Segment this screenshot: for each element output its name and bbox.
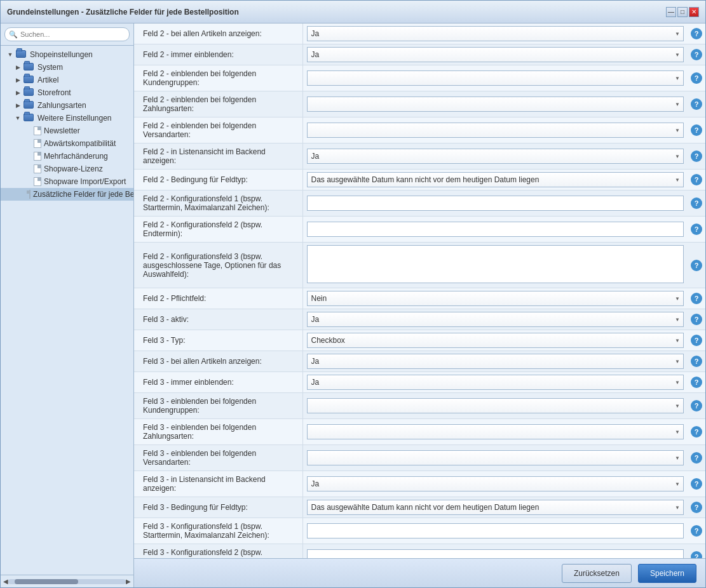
help-button-feld3-einblenden[interactable]: ?: [691, 377, 702, 388]
expand-icon: ▼: [6, 50, 15, 59]
select-feld2-versandarten[interactable]: [307, 123, 684, 138]
sidebar-label-artikel: Artikel: [37, 76, 58, 84]
form-label-feld3-bedingung: Feld 3 - Bedingung für Feldtyp:: [134, 497, 302, 518]
window-controls: — □ ✕: [666, 7, 699, 17]
textarea-feld2-konfigfeld3[interactable]: [307, 245, 684, 283]
close-button[interactable]: ✕: [689, 7, 699, 17]
form-row: Feld 3 - Bedingung für Feldtyp:Das ausge…: [134, 497, 705, 518]
doc-icon: [34, 164, 41, 173]
sidebar-label-system: System: [37, 63, 63, 72]
select-feld2-pflichtfeld[interactable]: NeinJa: [307, 291, 684, 306]
help-button-feld2-bedingung[interactable]: ?: [691, 174, 702, 185]
select-feld3-anzeigen[interactable]: JaNein: [307, 354, 684, 369]
select-feld3-zahlungsarten[interactable]: [307, 424, 684, 439]
help-button-feld3-versandarten[interactable]: ?: [691, 452, 702, 464]
folder-icon: [24, 76, 35, 84]
sidebar-item-shopeinstellungen[interactable]: ▼ Shopeinstellungen: [1, 48, 133, 61]
help-button-feld2-listenansicht[interactable]: ?: [691, 150, 702, 162]
sidebar-item-system[interactable]: ▶ System: [1, 61, 133, 74]
scroll-right-btn[interactable]: ▶: [126, 578, 131, 585]
tree: ▼ Shopeinstellungen ▶ System ▶ Artikel: [1, 46, 133, 575]
help-button-feld3-anzeigen[interactable]: ?: [691, 356, 702, 367]
help-button-feld3-bedingung[interactable]: ?: [691, 502, 702, 513]
select-feld3-einblenden[interactable]: JaNein: [307, 375, 684, 390]
form-row: Feld 3 - einblenden bei folgenden Zahlun…: [134, 419, 705, 445]
doc-icon: [34, 152, 41, 161]
help-button-feld3-typ[interactable]: ?: [691, 335, 702, 346]
form-control-cell-feld2-listenansicht: JaNein: [302, 144, 688, 170]
sidebar-item-mehrfach[interactable]: ▶ Mehrfachänderung: [1, 150, 133, 163]
help-button-feld3-konfigfeld2[interactable]: ?: [691, 551, 702, 558]
help-button-feld2-konfigfeld1[interactable]: ?: [691, 197, 702, 209]
help-button-feld2-kundengruppen[interactable]: ?: [691, 72, 702, 84]
select-feld2-einblenden[interactable]: JaNein: [307, 47, 684, 62]
sidebar-item-abwaerts[interactable]: ▶ Abwärtskompatibilität: [1, 137, 133, 150]
help-button-feld2-anzeigen[interactable]: ?: [691, 28, 702, 39]
help-button-feld3-listenansicht[interactable]: ?: [691, 478, 702, 490]
help-button-feld3-kundengruppen[interactable]: ?: [691, 400, 702, 411]
form-control-cell-feld3-bedingung: Das ausgewählte Datum kann nicht vor dem…: [302, 497, 688, 518]
sidebar-item-weitere[interactable]: ▼ Weitere Einstellungen: [1, 112, 133, 124]
form-control-cell-feld3-anzeigen: JaNein: [302, 351, 688, 372]
sidebar-scroll-track[interactable]: [8, 579, 126, 584]
folder-icon: [16, 50, 27, 59]
minimize-button[interactable]: —: [666, 7, 676, 17]
sidebar-item-import[interactable]: ▶ Shopware Import/Export: [1, 175, 133, 188]
doc-icon: [34, 139, 41, 148]
select-wrapper-feld2-kundengruppen: [307, 70, 684, 86]
expand-icon: ▶: [13, 101, 22, 110]
sidebar-item-newsletter[interactable]: ▶ Newsletter: [1, 124, 133, 137]
expand-icon: ▶: [13, 63, 22, 72]
help-button-feld2-versandarten[interactable]: ?: [691, 124, 702, 136]
select-feld2-zahlungsarten[interactable]: [307, 97, 684, 112]
select-feld3-versandarten[interactable]: [307, 450, 684, 465]
help-button-feld2-konfigfeld2[interactable]: ?: [691, 224, 702, 235]
sidebar-item-storefront[interactable]: ▶ Storefront: [1, 86, 133, 99]
select-feld2-kundengruppen[interactable]: [307, 70, 684, 86]
form-help-cell-feld2-konfigfeld1: ?: [688, 190, 705, 217]
form-control-cell-feld2-anzeigen: JaNein: [302, 23, 688, 44]
scroll-left-btn[interactable]: ◀: [3, 578, 8, 585]
sidebar-item-zahlungsarten[interactable]: ▶ Zahlungsarten: [1, 99, 133, 112]
input-feld3-konfigfeld1[interactable]: [307, 523, 684, 538]
search-input[interactable]: [4, 27, 130, 41]
select-wrapper-feld3-listenansicht: JaNein: [307, 476, 684, 491]
form-help-cell-feld2-anzeigen: ?: [688, 23, 705, 44]
input-feld2-konfigfeld2[interactable]: [307, 222, 684, 237]
help-button-feld2-pflichtfeld[interactable]: ?: [691, 293, 702, 304]
form-row: Feld 2 - Bedingung für Feldtyp:Das ausge…: [134, 170, 705, 190]
reset-button[interactable]: Zurücksetzen: [562, 564, 632, 583]
select-feld2-listenansicht[interactable]: JaNein: [307, 149, 684, 164]
input-feld2-konfigfeld1[interactable]: [307, 196, 684, 211]
maximize-button[interactable]: □: [677, 7, 688, 17]
select-feld3-bedingung[interactable]: Das ausgewählte Datum kann nicht vor dem…: [307, 500, 684, 515]
form-help-cell-feld3-konfigfeld2: ?: [688, 544, 705, 559]
select-feld2-anzeigen[interactable]: JaNein: [307, 26, 684, 41]
select-feld3-kundengruppen[interactable]: [307, 398, 684, 413]
form-control-cell-feld2-bedingung: Das ausgewählte Datum kann nicht vor dem…: [302, 170, 688, 190]
help-button-feld2-einblenden[interactable]: ?: [691, 49, 702, 60]
help-button-feld2-zahlungsarten[interactable]: ?: [691, 98, 702, 110]
form-control-cell-feld2-einblenden: JaNein: [302, 44, 688, 65]
help-button-feld3-zahlungsarten[interactable]: ?: [691, 426, 702, 438]
select-feld3-listenansicht[interactable]: JaNein: [307, 476, 684, 491]
sidebar-item-lizenz[interactable]: ▶ Shopware-Lizenz: [1, 163, 133, 175]
save-button[interactable]: Speichern: [638, 564, 696, 583]
form-label-feld3-konfigfeld2: Feld 3 - Konfigurationsfeld 2 (bspw. End…: [134, 544, 302, 559]
help-button-feld2-konfigfeld3[interactable]: ?: [691, 260, 702, 271]
help-button-feld3-konfigfeld1[interactable]: ?: [691, 525, 702, 537]
select-wrapper-feld3-typ: Checkbox: [307, 333, 684, 348]
form-label-feld3-kundengruppen: Feld 3 - einblenden bei folgenden Kunden…: [134, 393, 302, 419]
input-feld3-konfigfeld2[interactable]: [307, 549, 684, 558]
select-feld3-typ[interactable]: Checkbox: [307, 333, 684, 348]
select-feld2-bedingung[interactable]: Das ausgewählte Datum kann nicht vor dem…: [307, 172, 684, 187]
sidebar-item-artikel[interactable]: ▶ Artikel: [1, 74, 133, 86]
sidebar-label-zahlungsarten: Zahlungsarten: [37, 101, 86, 110]
sidebar-item-zusaetzliche[interactable]: ▶ Zusätzliche Felder für jede Be: [1, 188, 133, 201]
form-scroll[interactable]: Feld 2 - bei allen Artikeln anzeigen:JaN…: [134, 23, 705, 558]
select-feld3-aktiv[interactable]: JaNein: [307, 312, 684, 327]
form-row: Feld 3 - in Listenansicht im Backend anz…: [134, 471, 705, 497]
help-button-feld3-aktiv[interactable]: ?: [691, 314, 702, 325]
form-control-cell-feld3-zahlungsarten: [302, 419, 688, 445]
select-wrapper-feld2-listenansicht: JaNein: [307, 149, 684, 164]
